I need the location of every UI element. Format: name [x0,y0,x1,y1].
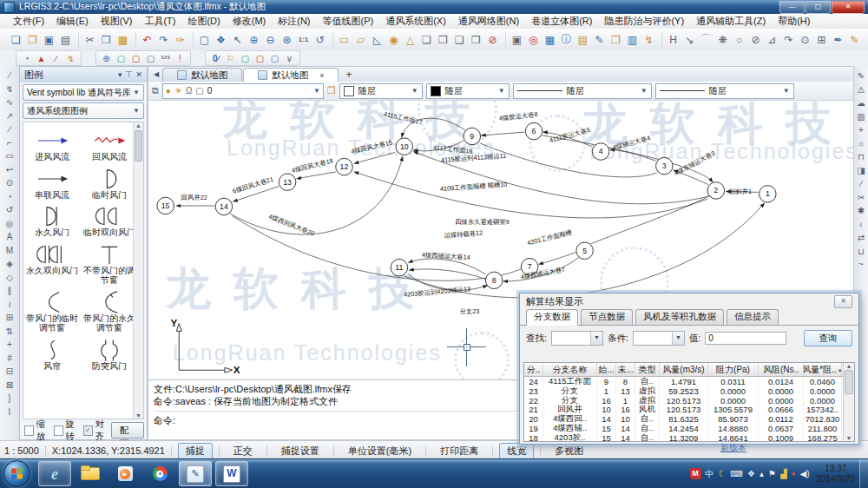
legend-category-select[interactable]: 通风系统图图例 ▼ [23,102,144,119]
tool-button[interactable]: ◇ [6,271,13,285]
scroll-down-icon[interactable]: ▼ [846,435,852,441]
rotate-checkbox[interactable] [54,425,63,436]
tool-button[interactable]: M [6,244,13,258]
toolbar-button[interactable]: ❒ [99,32,114,47]
tab-scroll-left-icon[interactable]: ◀ [150,70,162,78]
dialog-tab-item[interactable]: 信息提示 [727,309,779,325]
maximize-button[interactable]: ▢ [806,1,831,14]
security-icon[interactable]: ● [792,470,796,478]
toolbar-button[interactable]: ▢ [144,52,157,64]
toolbar-button[interactable]: ▢ [268,52,281,64]
tool-button[interactable]: ‹ [859,218,862,232]
tool-button[interactable]: ∕ [9,122,10,136]
symbol-library-select[interactable]: Vent symbol lib 通风符号库 ▼ [23,84,144,101]
legend-item[interactable]: 风帘 [23,339,81,372]
tool-button[interactable]: ☁ [857,96,865,110]
toolbar-button[interactable]: ✒ [831,32,845,47]
line-color-select[interactable]: 随层 ▼ [426,83,510,99]
toolbar-button[interactable]: ⊕ [247,32,261,47]
toolbar-button[interactable]: ▤ [58,32,73,47]
statusbar-toggle-7[interactable]: 多视图 [547,443,591,459]
tool-button[interactable]: # [7,352,12,366]
toolbar-button[interactable]: ✑ [173,32,187,47]
legend-item[interactable]: 带风门的永久调节窗 [81,291,138,333]
toolbar-button[interactable]: ❑ [452,32,467,47]
toolbar-button[interactable]: ▦ [115,32,130,47]
table-column-header[interactable]: 始... [597,363,616,376]
toolbar-button[interactable]: ∕ [49,52,62,64]
toolbar-button[interactable]: ❐ [25,32,40,47]
moon-icon[interactable]: ☾ [719,469,727,478]
tool-button[interactable]: ↩ [6,163,13,177]
dialog-tab-item[interactable]: 风机及等积孔数据 [635,309,724,325]
menu-item[interactable]: 工具(T) [138,14,181,29]
toolbar-button[interactable]: ◺ [370,32,385,47]
tool-button[interactable]: ✂ [858,191,865,205]
statusbar-toggle-2[interactable]: 正交 [226,443,260,459]
legend-scrollbar[interactable]: ▲ ▼ [133,122,143,419]
pin-icon[interactable]: ⊤ [126,70,133,79]
toolbar-button[interactable]: ✎ [847,32,862,47]
toolbar-button[interactable]: ⓘ [559,32,574,47]
taskbar-app-word[interactable]: W [215,461,248,486]
table-column-header[interactable]: 分.. [524,363,543,376]
dialog-tab-active[interactable]: 分支数据 [526,309,578,326]
config-button[interactable]: 配置 [111,422,144,439]
menu-item[interactable]: 帮助(H) [772,14,816,29]
tool-button[interactable]: ∥ [8,284,12,298]
toolbar-button[interactable]: ⊙ [798,32,812,47]
map-tab[interactable]: 默认地图 [162,68,242,82]
table-row[interactable]: 244115工作面98自..1.47910.03110.01240.0460 [524,377,854,386]
tool-button[interactable]: ◨ [857,164,865,178]
toolbar-button[interactable]: ∨ [283,52,296,64]
toolbar-button[interactable]: ▦ [542,32,557,47]
legend-item[interactable]: 临时风门 [81,168,138,201]
table-row[interactable]: 23分支113虚拟59.25230.00000.00000.0000 [524,386,854,396]
menu-item[interactable]: 通风网络图(N) [452,14,525,29]
tool-button[interactable]: I [9,406,11,419]
legend-item[interactable]: 进风风流 [23,129,81,162]
tool-button[interactable]: ⊙ [6,176,13,190]
taskbar-app-lrgis[interactable]: ✎ [179,461,212,486]
show-desktop-button[interactable] [859,459,868,488]
table-column-header[interactable]: 风量(m3/s) [660,363,708,376]
network-signal-icon[interactable]: ▟ [780,469,787,478]
panel-menu-icon[interactable]: ▾ [118,70,122,79]
scroll-down-icon[interactable]: ▼ [135,412,141,419]
legend-item[interactable]: 永久风门 [23,205,81,238]
toolbar-button[interactable]: ⊘ [485,32,500,47]
statusbar-toggle-5[interactable]: 打印距离 [432,443,486,459]
scroll-up-icon[interactable]: ▲ [846,363,852,369]
tool-button[interactable]: ⊞ [6,311,13,325]
query-button[interactable]: 查询 [804,330,852,346]
panel-close-icon[interactable]: ✕ [135,70,142,79]
legend-item[interactable]: 带风门的临时调节窗 [23,291,81,333]
ime-m-icon[interactable]: M [690,468,701,479]
dialog-tab-item[interactable]: 节点数据 [581,309,633,325]
toolbar-button[interactable]: ⊛ [279,32,294,47]
tool-button[interactable]: ⇅ [6,325,13,339]
toolbar-button[interactable]: ⊞ [814,32,829,47]
legend-item[interactable]: 永久双向风门 [23,243,81,286]
find-select[interactable]: ▼ [551,331,603,346]
layer-manager-icon[interactable]: ⧉ [152,85,159,96]
table-column-header[interactable]: 风量*阻..▲ [804,363,842,376]
toolbar-button[interactable]: ↯ [64,52,77,64]
menu-item[interactable]: 绘图(D) [181,14,226,29]
apps-icon[interactable]: ❖ [747,469,755,478]
tool-button[interactable]: ⚠ [858,83,865,97]
tool-button[interactable]: ⊠ [6,379,13,392]
tool-button[interactable]: + [7,338,12,352]
toolbar-button[interactable]: ⊘ [748,32,763,47]
toolbar-button[interactable]: ▭ [337,32,352,47]
toolbar-button[interactable]: ✂ [82,32,97,47]
toolbar-button[interactable]: ▥ [625,32,640,47]
toolbar-button[interactable]: ↷ [781,32,796,47]
toolbar-button[interactable]: ▣ [42,32,56,47]
taskbar-app-ie[interactable]: e [38,461,71,486]
scroll-up-icon[interactable]: ▲ [135,122,141,129]
legend-item[interactable]: 不带风门的调节窗 [81,243,138,286]
toolbar-button[interactable]: ❏ [419,32,434,47]
tool-button[interactable]: ∕ [9,69,10,82]
tool-button[interactable]: ↯ [6,82,13,96]
